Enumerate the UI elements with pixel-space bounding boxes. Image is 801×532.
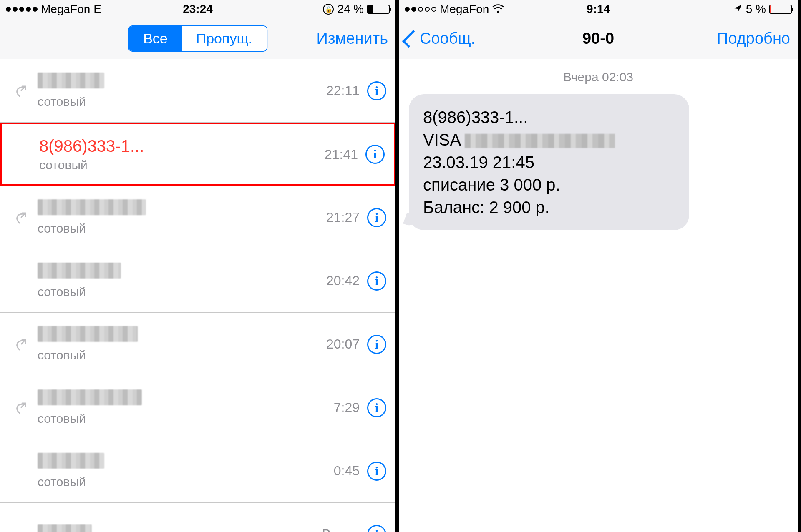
outgoing-call-icon: [14, 211, 26, 224]
edit-button[interactable]: Изменить: [317, 30, 388, 48]
redacted-text: [38, 263, 121, 279]
call-main: сотовый: [33, 389, 334, 426]
call-row[interactable]: сотовый20:07i: [0, 313, 395, 376]
location-icon: [733, 3, 743, 16]
back-button[interactable]: Сообщ.: [406, 30, 475, 48]
call-time: 7:29: [334, 400, 360, 415]
outgoing-call-icon: [14, 338, 26, 351]
redacted-text: [38, 199, 146, 215]
call-time: Вчера: [322, 527, 360, 532]
message-line: VISA: [423, 128, 675, 151]
call-direction-icon: [8, 402, 33, 414]
call-sublabel: сотовый: [39, 158, 325, 172]
segment-missed[interactable]: Пропущ.: [182, 26, 267, 51]
message-line: 23.03.19 21:45: [423, 151, 675, 173]
info-button[interactable]: i: [365, 145, 385, 164]
carrier-label: MegaFon: [440, 3, 489, 16]
call-name: [38, 453, 334, 472]
call-row[interactable]: сотовый21:27i: [0, 186, 395, 249]
incoming-message-bubble[interactable]: 8(986)333-1... VISA 23.03.19 21:45 списа…: [409, 94, 689, 230]
call-sublabel: сотовый: [38, 348, 326, 362]
segmented-control[interactable]: Все Пропущ.: [128, 25, 267, 52]
back-label: Сообщ.: [420, 30, 475, 48]
call-name: 8(986)333-1...: [39, 137, 325, 156]
call-main: сотовый: [33, 199, 326, 236]
signal-dots: [6, 7, 38, 12]
call-sublabel: сотовый: [38, 221, 326, 236]
message-area[interactable]: Вчера 02:03 8(986)333-1... VISA 23.03.19…: [399, 59, 798, 532]
call-main: сотовый: [33, 73, 326, 109]
call-time: 22:11: [326, 83, 360, 98]
call-row[interactable]: сотовый20:42i: [0, 249, 395, 313]
info-button[interactable]: i: [367, 81, 386, 100]
message-timestamp: Вчера 02:03: [409, 70, 788, 84]
battery-percent: 5 %: [746, 3, 766, 16]
svg-point-0: [497, 10, 499, 12]
network-type: E: [93, 3, 101, 16]
redacted-text: [38, 73, 104, 88]
call-main: 8(986)333-1...сотовый: [34, 137, 325, 172]
info-button[interactable]: i: [367, 208, 386, 227]
redacted-text: [38, 389, 142, 405]
call-time: 20:42: [326, 273, 360, 289]
status-time: 9:14: [587, 3, 610, 16]
call-name: [38, 263, 326, 282]
redacted-text: [38, 453, 104, 469]
status-time: 23:24: [183, 3, 213, 16]
call-list[interactable]: сотовый22:11i8(986)333-1...сотовый21:41i…: [0, 59, 395, 532]
call-direction-icon: [8, 211, 33, 224]
nav-bar: Все Пропущ. Изменить: [0, 18, 395, 59]
wifi-icon: [492, 3, 504, 16]
redacted-text: [38, 524, 92, 532]
message-thread-screen: MegaFon 9:14 5 % Сообщ. 90-0 Подробно Вч…: [399, 0, 798, 532]
message-line: Баланс: 2 900 р.: [423, 196, 675, 218]
recents-screen: MegaFon E 23:24 🔒 24 % Все Пропущ. Измен…: [0, 0, 399, 532]
thread-title: 90-0: [582, 30, 614, 48]
info-button[interactable]: i: [367, 335, 386, 354]
call-time: 0:45: [334, 463, 360, 479]
outgoing-call-icon: [14, 85, 26, 97]
call-name: [38, 326, 326, 346]
call-direction-icon: [8, 338, 33, 351]
redacted-text: [465, 134, 615, 148]
info-button[interactable]: i: [367, 462, 386, 481]
call-name: [38, 524, 322, 532]
call-main: сотовый: [33, 263, 326, 299]
call-row[interactable]: сотовый0:45i: [0, 439, 395, 503]
status-bar: MegaFon E 23:24 🔒 24 %: [0, 0, 395, 18]
call-sublabel: сотовый: [38, 475, 334, 489]
status-bar: MegaFon 9:14 5 %: [399, 0, 798, 18]
battery-icon: [769, 5, 792, 14]
call-main: [33, 524, 322, 532]
call-time: 20:07: [326, 336, 360, 352]
call-name: [38, 389, 334, 409]
call-main: сотовый: [33, 453, 334, 489]
call-name: [38, 73, 326, 92]
info-button[interactable]: i: [367, 271, 386, 291]
battery-percent: 24 %: [337, 3, 364, 16]
carrier-label: MegaFon: [41, 3, 90, 16]
call-name: [38, 199, 326, 219]
call-time: 21:41: [325, 147, 358, 162]
call-sublabel: сотовый: [38, 95, 326, 109]
info-button[interactable]: i: [367, 525, 386, 532]
call-sublabel: сотовый: [38, 412, 334, 426]
segment-all[interactable]: Все: [129, 26, 182, 51]
call-row[interactable]: 8(986)333-1...сотовый21:41i: [0, 123, 395, 186]
info-button[interactable]: i: [367, 398, 386, 417]
signal-dots: [405, 7, 436, 12]
call-direction-icon: [8, 85, 33, 97]
orientation-lock-icon: 🔒: [323, 4, 334, 15]
redacted-text: [38, 326, 138, 342]
call-row[interactable]: сотовый22:11i: [0, 59, 395, 123]
nav-bar: Сообщ. 90-0 Подробно: [399, 18, 798, 59]
call-main: сотовый: [33, 326, 326, 362]
call-row[interactable]: сотовый7:29i: [0, 376, 395, 439]
message-line: 8(986)333-1...: [423, 106, 675, 128]
battery-icon: [367, 5, 390, 14]
outgoing-call-icon: [14, 402, 26, 414]
details-button[interactable]: Подробно: [717, 30, 790, 48]
call-time: 21:27: [326, 210, 360, 225]
call-row[interactable]: Вчераi: [0, 503, 395, 532]
call-sublabel: сотовый: [38, 285, 326, 299]
